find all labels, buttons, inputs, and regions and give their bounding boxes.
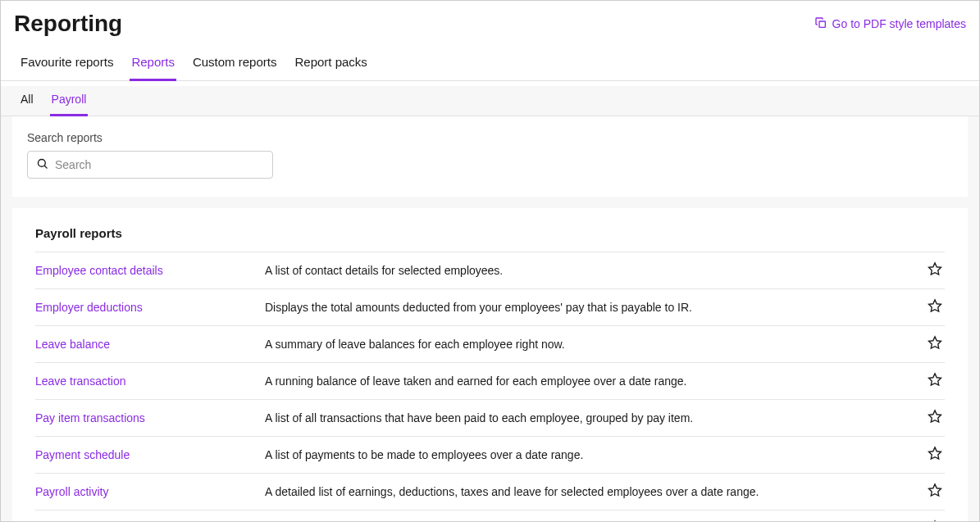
tab-report-packs[interactable]: Report packs	[293, 47, 368, 81]
report-row: Employer deductionsDisplays the total am…	[35, 288, 945, 325]
copy-icon	[814, 16, 827, 32]
star-icon	[928, 409, 942, 427]
search-input[interactable]	[55, 158, 264, 171]
favourite-star-button[interactable]	[925, 445, 945, 465]
star-icon	[928, 261, 942, 279]
report-link[interactable]: Leave transaction	[35, 374, 265, 388]
report-row: Employee contact detailsA list of contac…	[35, 252, 945, 288]
star-icon	[928, 372, 942, 390]
svg-marker-4	[929, 300, 941, 311]
report-description: A detailed list of earnings, deductions,…	[265, 485, 925, 498]
report-link[interactable]: Pay item transactions	[35, 411, 265, 424]
svg-marker-7	[929, 411, 941, 422]
reports-panel: Payroll reports Employee contact details…	[12, 208, 968, 522]
report-row: Payroll activityA detailed list of earni…	[35, 473, 945, 510]
star-icon	[928, 483, 942, 501]
pdf-templates-link[interactable]: Go to PDF style templates	[814, 16, 966, 32]
svg-marker-3	[929, 263, 941, 275]
star-icon	[928, 335, 942, 353]
subtab-all[interactable]: All	[19, 86, 35, 116]
report-row: Leave balanceA summary of leave balances…	[35, 325, 945, 362]
svg-marker-8	[929, 447, 941, 459]
svg-marker-6	[929, 374, 941, 385]
favourite-star-button[interactable]	[925, 519, 945, 522]
tab-favourite-reports[interactable]: Favourite reports	[19, 47, 115, 81]
pdf-templates-label: Go to PDF style templates	[832, 17, 966, 30]
svg-rect-0	[819, 21, 825, 27]
search-box[interactable]	[27, 151, 273, 179]
report-row: Leave transactionA running balance of le…	[35, 362, 945, 399]
report-description: Displays the total amounts deducted from…	[265, 301, 925, 314]
report-description: A summary of leave balances for each emp…	[265, 338, 925, 351]
report-link[interactable]: Payment schedule	[35, 448, 265, 461]
secondary-tabs: AllPayroll	[1, 86, 979, 116]
svg-marker-9	[929, 484, 941, 496]
favourite-star-button[interactable]	[925, 261, 945, 280]
star-icon	[928, 298, 942, 316]
report-link[interactable]: Employer deductions	[35, 301, 265, 314]
favourite-star-button[interactable]	[925, 408, 945, 428]
svg-line-2	[44, 166, 47, 168]
report-description: A list of all transactions that have bee…	[265, 411, 925, 424]
favourite-star-button[interactable]	[925, 297, 945, 317]
search-label: Search reports	[27, 131, 953, 144]
report-row: Payment scheduleA list of payments to be…	[35, 436, 945, 473]
subtab-payroll[interactable]: Payroll	[50, 86, 89, 116]
favourite-star-button[interactable]	[925, 482, 945, 502]
page-title: Reporting	[14, 11, 122, 37]
favourite-star-button[interactable]	[925, 371, 945, 391]
report-link[interactable]: Employee contact details	[35, 264, 265, 277]
star-icon	[928, 446, 942, 464]
report-link[interactable]: Payroll activity	[35, 485, 265, 498]
favourite-star-button[interactable]	[925, 334, 945, 354]
report-description: A list of payments to be made to employe…	[265, 448, 925, 461]
report-row: Pay run summaryDisplays the payroll info…	[35, 510, 945, 522]
report-row: Pay item transactionsA list of all trans…	[35, 399, 945, 436]
report-description: A running balance of leave taken and ear…	[265, 374, 925, 388]
tab-reports[interactable]: Reports	[130, 47, 176, 81]
search-icon	[36, 157, 55, 173]
report-link[interactable]: Leave balance	[35, 338, 265, 351]
primary-tabs: Favourite reportsReportsCustom reportsRe…	[1, 47, 979, 81]
search-panel: Search reports	[12, 116, 968, 197]
report-description: A list of contact details for selected e…	[265, 264, 925, 277]
tab-custom-reports[interactable]: Custom reports	[191, 47, 279, 81]
svg-marker-5	[929, 337, 941, 348]
section-heading: Payroll reports	[35, 226, 945, 252]
